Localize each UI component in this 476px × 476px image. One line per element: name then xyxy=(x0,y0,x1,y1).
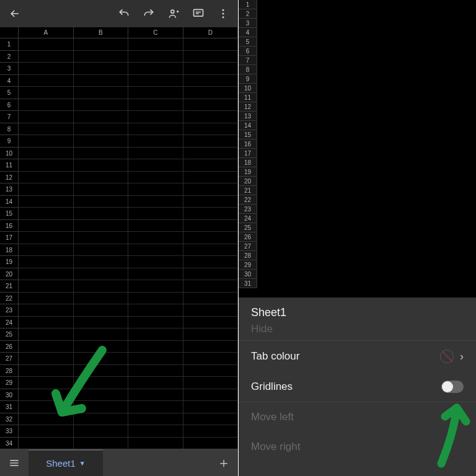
cell-area[interactable] xyxy=(257,93,476,102)
cell[interactable] xyxy=(19,401,74,413)
cell[interactable] xyxy=(74,183,129,196)
row-header[interactable]: 18 xyxy=(0,244,19,257)
row-header[interactable]: 16 xyxy=(0,220,19,232)
row-header[interactable]: 21 xyxy=(0,280,19,293)
cell[interactable] xyxy=(19,268,74,281)
row-header[interactable]: 12 xyxy=(0,172,19,184)
row-header[interactable]: 8 xyxy=(239,65,257,74)
cell[interactable] xyxy=(183,244,239,257)
cell[interactable] xyxy=(19,172,74,184)
column-header[interactable]: C xyxy=(128,27,183,38)
cell[interactable] xyxy=(183,389,239,402)
row-header[interactable]: 14 xyxy=(239,121,257,130)
cell[interactable] xyxy=(183,172,239,184)
row-header[interactable]: 33 xyxy=(0,425,19,438)
row-header[interactable]: 25 xyxy=(0,328,19,341)
row-header[interactable]: 12 xyxy=(239,102,257,112)
row-header[interactable]: 22 xyxy=(0,293,19,305)
cell[interactable] xyxy=(19,256,74,268)
cell[interactable] xyxy=(183,75,239,87)
cell[interactable] xyxy=(128,38,183,51)
cell[interactable] xyxy=(19,87,74,99)
cell[interactable] xyxy=(128,389,183,402)
select-all-corner[interactable] xyxy=(0,27,19,38)
cell[interactable] xyxy=(128,293,183,305)
cell[interactable] xyxy=(74,148,129,160)
cell[interactable] xyxy=(74,111,129,123)
row-header[interactable]: 20 xyxy=(0,268,19,281)
cell[interactable] xyxy=(183,232,239,244)
cell[interactable] xyxy=(74,63,129,75)
cell[interactable] xyxy=(183,99,239,112)
cell[interactable] xyxy=(19,353,74,365)
spreadsheet-grid-nolines[interactable]: 1234567891011121314151617181920212223242… xyxy=(239,0,476,298)
row-header[interactable]: 10 xyxy=(0,148,19,160)
cell[interactable] xyxy=(128,159,183,172)
cell[interactable] xyxy=(183,304,239,317)
cell[interactable] xyxy=(183,63,239,75)
row-header[interactable]: 27 xyxy=(239,242,257,251)
row-header[interactable]: 17 xyxy=(239,149,257,158)
cell[interactable] xyxy=(183,148,239,160)
cell[interactable] xyxy=(183,196,239,208)
row-header[interactable]: 29 xyxy=(239,260,257,270)
cell[interactable] xyxy=(183,183,239,196)
gridlines-toggle[interactable] xyxy=(441,381,464,393)
cell[interactable] xyxy=(128,328,183,341)
cell[interactable] xyxy=(183,268,239,281)
cell[interactable] xyxy=(19,75,74,87)
cell[interactable] xyxy=(183,401,239,413)
cell[interactable] xyxy=(128,123,183,136)
spreadsheet-grid[interactable]: A B C D 12345678910111213141516171819202… xyxy=(0,27,238,449)
cell[interactable] xyxy=(128,172,183,184)
cell-area[interactable] xyxy=(257,195,476,205)
cell[interactable] xyxy=(74,220,129,232)
row-header[interactable]: 27 xyxy=(0,353,19,365)
cell-area[interactable] xyxy=(257,37,476,46)
cell[interactable] xyxy=(183,425,239,438)
cell[interactable] xyxy=(19,389,74,402)
cell[interactable] xyxy=(183,159,239,172)
cell[interactable] xyxy=(74,208,129,220)
cell[interactable] xyxy=(128,244,183,257)
cell[interactable] xyxy=(74,389,129,402)
cell[interactable] xyxy=(19,425,74,438)
cell-area[interactable] xyxy=(257,223,476,232)
cell[interactable] xyxy=(74,401,129,413)
row-header[interactable]: 3 xyxy=(239,19,257,28)
cell[interactable] xyxy=(183,328,239,341)
cell-area[interactable] xyxy=(257,139,476,149)
row-header[interactable]: 23 xyxy=(0,304,19,317)
cell[interactable] xyxy=(128,220,183,232)
cell[interactable] xyxy=(19,341,74,353)
row-header[interactable]: 14 xyxy=(0,196,19,208)
cell[interactable] xyxy=(183,135,239,148)
cell[interactable] xyxy=(19,99,74,112)
all-sheets-button[interactable] xyxy=(0,449,29,476)
cell[interactable] xyxy=(19,280,74,293)
row-header[interactable]: 34 xyxy=(0,438,19,450)
cell-area[interactable] xyxy=(257,177,476,186)
cell[interactable] xyxy=(19,365,74,377)
cell-area[interactable] xyxy=(257,242,476,251)
cell[interactable] xyxy=(19,135,74,148)
cell[interactable] xyxy=(19,208,74,220)
cell-area[interactable] xyxy=(257,251,476,260)
cell[interactable] xyxy=(74,38,129,51)
row-header[interactable]: 26 xyxy=(239,232,257,242)
cell-area[interactable] xyxy=(257,260,476,270)
cell[interactable] xyxy=(74,377,129,389)
cell[interactable] xyxy=(183,353,239,365)
menu-item-gridlines[interactable]: Gridlines xyxy=(239,372,476,402)
cell[interactable] xyxy=(128,183,183,196)
cell[interactable] xyxy=(128,148,183,160)
row-header[interactable]: 23 xyxy=(239,205,257,214)
cell[interactable] xyxy=(183,293,239,305)
cell[interactable] xyxy=(128,401,183,413)
cell-area[interactable] xyxy=(257,121,476,130)
cell[interactable] xyxy=(19,413,74,426)
cell[interactable] xyxy=(183,123,239,136)
cell[interactable] xyxy=(74,159,129,172)
cell[interactable] xyxy=(128,317,183,329)
cell[interactable] xyxy=(74,341,129,353)
